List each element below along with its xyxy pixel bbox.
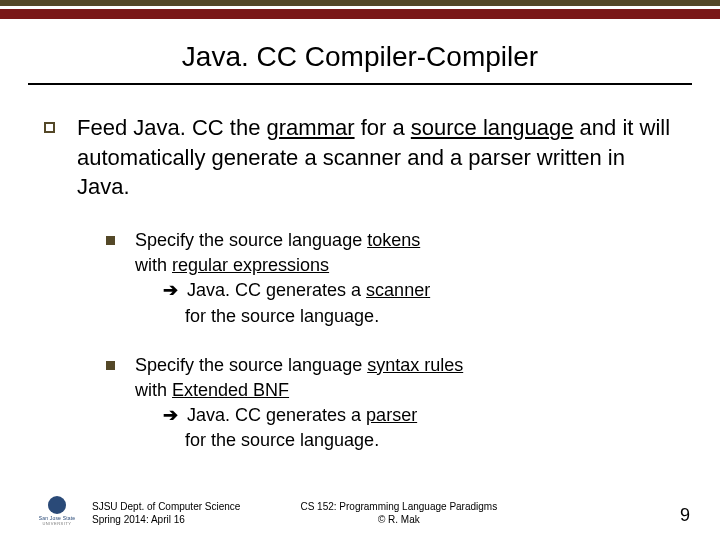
bullet-level1: Feed Java. CC the grammar for a source l…: [44, 113, 676, 202]
sjsu-logo: San Jose State UNIVERSITY: [30, 496, 84, 526]
footer-center: CS 152: Programming Language Paradigms ©…: [300, 500, 497, 526]
decorative-top-bars: [0, 0, 720, 19]
filled-square-bullet-icon: [106, 361, 115, 370]
level2-text-2: Specify the source language syntax rules…: [135, 353, 676, 454]
level2-text-1: Specify the source language tokens with …: [135, 228, 676, 329]
slide-footer: San Jose State UNIVERSITY SJSU Dept. of …: [0, 496, 720, 526]
level1-text: Feed Java. CC the grammar for a source l…: [77, 113, 676, 202]
bullet-level2: Specify the source language syntax rules…: [106, 353, 676, 454]
footer-left: SJSU Dept. of Computer Science Spring 20…: [92, 500, 240, 526]
outline-square-bullet-icon: [44, 122, 55, 133]
arrow-icon: ➔: [163, 280, 178, 300]
bullet-level2: Specify the source language tokens with …: [106, 228, 676, 329]
logo-disc-icon: [48, 496, 66, 514]
filled-square-bullet-icon: [106, 236, 115, 245]
page-number: 9: [680, 505, 690, 526]
arrow-icon: ➔: [163, 405, 178, 425]
slide-title: Java. CC Compiler-Compiler: [182, 41, 538, 79]
